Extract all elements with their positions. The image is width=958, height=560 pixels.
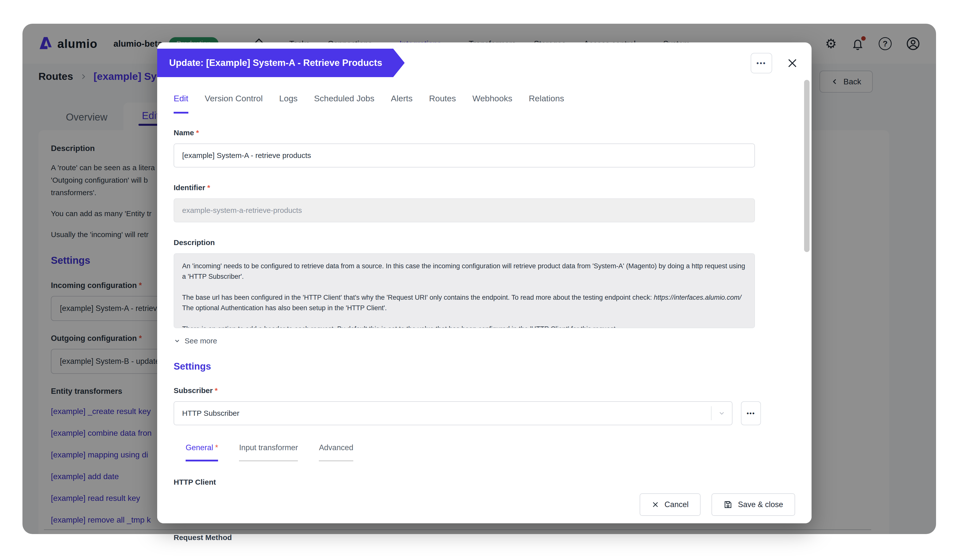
- modal-tab-scheduled-jobs[interactable]: Scheduled Jobs: [314, 94, 374, 114]
- subscriber-subtabs: General* Input transformer Advanced: [186, 443, 795, 462]
- modal-close-icon[interactable]: [786, 57, 799, 69]
- modal-tab-webhooks[interactable]: Webhooks: [472, 94, 512, 114]
- modal-tab-edit[interactable]: Edit: [174, 94, 188, 114]
- subscriber-select[interactable]: HTTP Subscriber: [174, 401, 733, 425]
- subscriber-label: Subscriber*: [174, 386, 795, 395]
- modal-body: Name* [example] System-A - retrieve prod…: [157, 114, 812, 542]
- description-paragraph-2: The base url has been configured in the …: [182, 292, 747, 313]
- subscriber-more-actions-button[interactable]: •••: [741, 401, 761, 425]
- modal-tab-alerts[interactable]: Alerts: [391, 94, 412, 114]
- identifier-label: Identifier*: [174, 183, 795, 192]
- name-label: Name*: [174, 128, 795, 137]
- modal-scrollbar-thumb[interactable]: [804, 80, 810, 252]
- subtab-general[interactable]: General*: [186, 443, 218, 462]
- save-floppy-icon: [723, 500, 733, 509]
- required-asterisk: *: [215, 386, 218, 395]
- modal-tab-logs[interactable]: Logs: [279, 94, 298, 114]
- name-input[interactable]: [example] System-A - retrieve products: [174, 143, 755, 167]
- chevron-down-icon: [174, 337, 181, 344]
- modal-tabs: Edit Version Control Logs Scheduled Jobs…: [157, 94, 812, 114]
- required-asterisk: *: [196, 128, 199, 137]
- close-x-icon: [652, 501, 659, 508]
- description-paragraph-3: There is an option to add a header to ea…: [182, 324, 747, 328]
- description-link: https://interfaces.alumio.com/: [653, 294, 741, 301]
- subtab-input-transformer[interactable]: Input transformer: [239, 443, 298, 462]
- http-client-label: HTTP Client: [174, 478, 795, 486]
- required-asterisk: *: [207, 183, 210, 192]
- modal-tab-version-control[interactable]: Version Control: [205, 94, 263, 114]
- save-and-close-button[interactable]: Save & close: [712, 493, 795, 516]
- update-route-modal: Update: [Example] System-A - Retrieve Pr…: [157, 43, 812, 524]
- modal-settings-title: Settings: [174, 361, 795, 372]
- subtab-advanced[interactable]: Advanced: [319, 443, 353, 462]
- modal-tab-routes[interactable]: Routes: [429, 94, 456, 114]
- modal-more-actions-button[interactable]: •••: [751, 53, 772, 73]
- description-textarea[interactable]: An 'incoming' needs to be configured to …: [174, 253, 755, 328]
- modal-tab-relations[interactable]: Relations: [529, 94, 564, 114]
- required-asterisk: *: [215, 443, 218, 452]
- select-chevron-down-icon[interactable]: [711, 406, 732, 420]
- cancel-button[interactable]: Cancel: [640, 493, 701, 516]
- description-paragraph-1: An 'incoming' needs to be configured to …: [182, 261, 747, 282]
- modal-title-ribbon: Update: [Example] System-A - Retrieve Pr…: [157, 49, 404, 77]
- identifier-input: example-system-a-retrieve-products: [174, 198, 755, 222]
- modal-footer: Cancel Save & close: [157, 486, 812, 524]
- see-more-toggle[interactable]: See more: [174, 337, 795, 345]
- description-label: Description: [174, 238, 795, 247]
- request-method-label: Request Method: [174, 533, 795, 542]
